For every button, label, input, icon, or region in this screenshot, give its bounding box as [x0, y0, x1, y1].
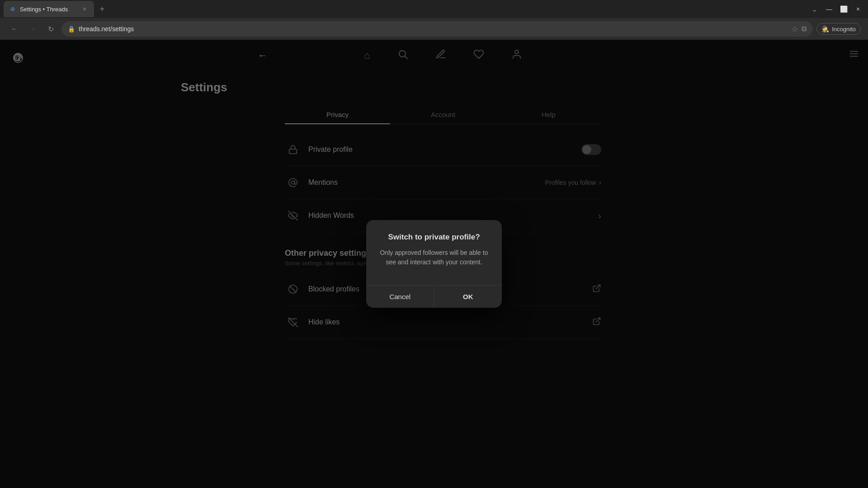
tab-close-button[interactable]: ×: [80, 5, 89, 13]
active-tab[interactable]: ⊚ Settings • Threads ×: [4, 1, 94, 17]
incognito-label: Incognito: [832, 26, 856, 33]
forward-button[interactable]: →: [25, 22, 40, 36]
navigation-bar: ← → ↻ 🔒 threads.net/settings ☆ ⧉ 🕵 Incog…: [0, 18, 868, 40]
minimize-button[interactable]: —: [823, 3, 835, 15]
tab-list-button[interactable]: ⌄: [808, 3, 821, 15]
security-lock-icon: 🔒: [68, 26, 75, 33]
modal-title: Switch to private profile?: [377, 233, 491, 242]
main-content: @ ← ⌂: [0, 40, 868, 488]
refresh-button[interactable]: ↻: [43, 22, 58, 36]
incognito-profile-button[interactable]: 🕵 Incognito: [816, 23, 861, 35]
extensions-icon[interactable]: ⧉: [802, 25, 807, 33]
tab-favicon-icon: ⊚: [9, 5, 16, 13]
modal-overlay: Switch to private profile? Only approved…: [0, 40, 868, 488]
url-text: threads.net/settings: [79, 25, 788, 33]
tab-title: Settings • Threads: [20, 6, 68, 13]
confirm-modal: Switch to private profile? Only approved…: [366, 220, 502, 308]
bookmark-star-icon[interactable]: ☆: [792, 25, 798, 33]
close-window-button[interactable]: ×: [852, 3, 864, 15]
modal-actions: Cancel OK: [366, 285, 502, 308]
modal-description: Only approved followers will be able to …: [377, 248, 491, 267]
modal-ok-button[interactable]: OK: [434, 286, 502, 308]
new-tab-button[interactable]: +: [96, 3, 108, 15]
back-button[interactable]: ←: [7, 22, 22, 36]
tab-bar: ⊚ Settings • Threads × + ⌄ — ⬜ ×: [0, 0, 868, 18]
modal-body: Switch to private profile? Only approved…: [366, 220, 502, 276]
browser-chrome: ⊚ Settings • Threads × + ⌄ — ⬜ × ← → ↻ 🔒…: [0, 0, 868, 40]
modal-cancel-button[interactable]: Cancel: [366, 286, 434, 308]
maximize-button[interactable]: ⬜: [837, 3, 850, 15]
address-bar[interactable]: 🔒 threads.net/settings ☆ ⧉: [61, 21, 813, 37]
incognito-icon: 🕵: [821, 25, 829, 33]
window-controls: — ⬜ ×: [823, 3, 864, 15]
